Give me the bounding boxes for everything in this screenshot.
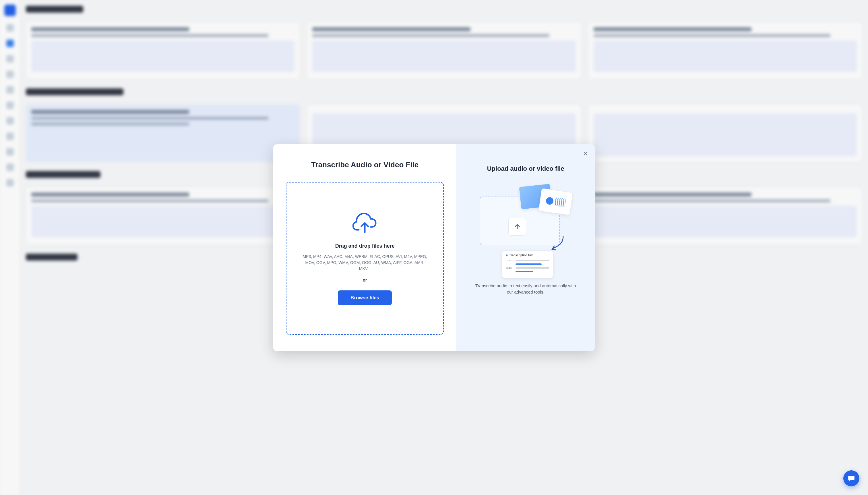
modal-left-pane: Transcribe Audio or Video File Drag and … [273,144,456,351]
close-icon [583,151,588,156]
dropzone-headline: Drag and drop files here [335,243,395,249]
dropzone-formats: MP3, MP4, WAV, AAC, M4A, WEBM, FLAC, OPU… [302,254,428,272]
close-button[interactable] [581,150,590,157]
upload-illustration: Transcription File 01:12 01:13 [480,183,572,275]
cloud-upload-icon [353,211,377,235]
audio-thumb-icon [539,188,573,215]
file-card-title: Transcription File [506,254,549,257]
timestamp: 01:13 [506,267,513,269]
browse-files-button[interactable]: Browse files [338,290,392,305]
right-pane-title: Upload audio or video file [487,165,564,172]
chat-icon [848,475,855,482]
chat-fab[interactable] [843,470,860,487]
transcription-file-card: Transcription File 01:12 01:13 [502,251,553,278]
upload-modal: Transcribe Audio or Video File Drag and … [273,144,595,351]
modal-overlay: Transcribe Audio or Video File Drag and … [0,0,868,495]
curved-arrow-icon [550,235,565,252]
modal-title: Transcribe Audio or Video File [286,160,444,169]
upload-arrow-icon [508,218,526,236]
modal-right-pane: Upload audio or video file Transc [456,144,595,351]
dropzone-or: or [363,277,367,283]
timestamp: 01:12 [506,259,513,262]
right-pane-caption: Transcribe audio to text easily and auto… [474,283,577,295]
file-dropzone[interactable]: Drag and drop files here MP3, MP4, WAV, … [286,182,444,335]
